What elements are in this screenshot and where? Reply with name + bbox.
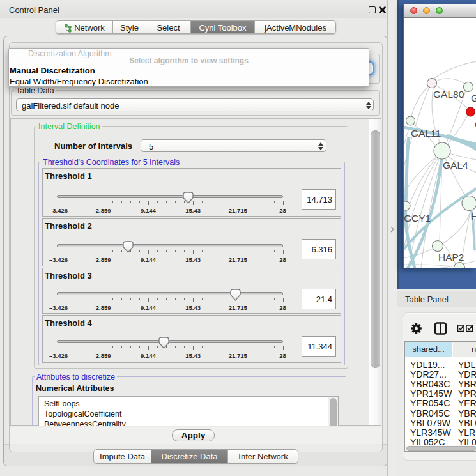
svg-text:HAP2: HAP2 — [438, 252, 464, 263]
svg-text:GAL4: GAL4 — [443, 160, 468, 171]
svg-text:GAL11: GAL11 — [411, 128, 441, 139]
svg-text:GAL80: GAL80 — [433, 89, 464, 100]
svg-text:GA: GA — [471, 93, 476, 104]
svg-text:GCY1: GCY1 — [404, 213, 431, 224]
svg-text:HA: HA — [471, 211, 476, 222]
